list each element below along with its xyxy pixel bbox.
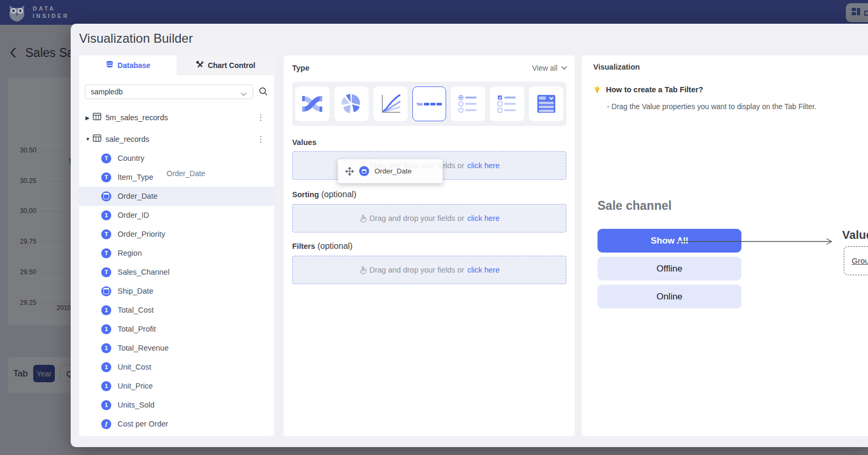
type-card-line[interactable]: [373, 86, 408, 121]
table-icon: [93, 134, 101, 144]
field-row[interactable]: 1 Unit_Price: [79, 376, 274, 395]
granularity-label: Tab: [13, 369, 27, 379]
field-row[interactable]: 1 Units_Sold: [79, 395, 274, 414]
field-name: Order_ID: [118, 211, 149, 219]
annotation-group-box: Group: [844, 246, 868, 275]
field-row[interactable]: Ship_Date: [79, 282, 274, 301]
field-type-icon-text: T: [101, 248, 111, 258]
field-row[interactable]: ƒ Cost per Order: [79, 414, 274, 433]
dashboard-nav-button[interactable]: D: [846, 3, 868, 22]
filters-dropzone[interactable]: Drag and drop your fields or click here: [292, 256, 566, 284]
pie-chart-icon: [340, 92, 363, 115]
sorting-dropzone[interactable]: Drag and drop your fields or click here: [292, 204, 566, 233]
type-card-pie[interactable]: [334, 86, 369, 121]
dashboard-icon: [851, 7, 861, 18]
view-all-button[interactable]: View all: [532, 64, 567, 72]
search-chevron-down-icon[interactable]: [240, 89, 247, 99]
type-section-label: Type: [292, 64, 310, 72]
table-menu-kebab-icon[interactable]: ⋮: [257, 134, 265, 144]
field-type-icon-text: T: [101, 229, 111, 239]
database-panel: Database Chart Control: [79, 55, 274, 436]
table-name: 5m_sales_records: [105, 113, 168, 122]
field-row[interactable]: T Country: [79, 149, 274, 168]
field-type-icon-number: 1: [101, 343, 111, 353]
preview-button-online[interactable]: Online: [597, 285, 741, 308]
type-card-tab-filter[interactable]: Tab: [412, 86, 447, 121]
tab-chart-control[interactable]: Chart Control: [177, 55, 274, 75]
annotation-arrow: [677, 237, 835, 246]
preview-button-offline[interactable]: Offline: [597, 257, 741, 280]
field-row[interactable]: Order_Date: [79, 187, 274, 206]
tools-icon: [196, 61, 204, 71]
y-tick: 29.25: [8, 299, 36, 306]
dropzone-click-here-link[interactable]: click here: [467, 266, 499, 274]
field-row[interactable]: T Order_Priority: [79, 225, 274, 244]
field-row[interactable]: T Sales_Channel: [79, 263, 274, 282]
move-cross-icon: [345, 167, 354, 176]
field-type-icon-text: T: [101, 153, 111, 163]
field-name: Sales_Channel: [118, 268, 169, 276]
dropzone-click-here-link[interactable]: click here: [467, 214, 499, 222]
values-section-label: Values: [292, 138, 316, 147]
type-card-radio-list[interactable]: [451, 86, 485, 121]
field-name: Total_Revenue: [118, 344, 169, 352]
type-card-sankey[interactable]: [295, 86, 330, 121]
field-row[interactable]: T Region: [79, 244, 274, 263]
search-icon[interactable]: [258, 86, 268, 98]
field-row[interactable]: 1 Total_Cost: [79, 301, 274, 320]
visualization-title: Visualization: [593, 63, 640, 71]
field-type-icon-number: 1: [101, 362, 111, 372]
filters-label: Filters: [292, 242, 315, 250]
builder-panel: Type View all: [284, 55, 575, 436]
field-name: Unit_Price: [118, 382, 153, 390]
dropzone-placeholder: Drag and drop your fields or: [370, 266, 465, 274]
caret-down-icon[interactable]: ▼: [85, 137, 93, 142]
type-card-checkbox-list[interactable]: [490, 86, 524, 121]
field-row[interactable]: 1 Unit_Cost: [79, 357, 274, 376]
brand-name: DATA INSIDER: [33, 5, 69, 20]
y-tick: 29.50: [8, 268, 36, 276]
field-name: Unit_Cost: [118, 363, 151, 371]
table-icon: [93, 113, 101, 122]
table-name: sale_records: [105, 135, 149, 143]
checkbox-list-icon: [496, 92, 519, 115]
table-row-sale-records[interactable]: ▼ sale_records ⋮: [79, 130, 274, 149]
back-chevron-icon[interactable]: [9, 47, 17, 61]
field-type-icon-text: T: [101, 267, 111, 277]
dropzone-click-here-link[interactable]: click here: [467, 161, 499, 170]
top-navbar: DATA INSIDER D: [0, 0, 868, 25]
database-tree: ▶ 5m_sales_records ⋮ ▼ sale_records ⋮: [79, 105, 274, 433]
tab-icon-text: Tab: [417, 102, 423, 106]
field-row[interactable]: 1 Total_Revenue: [79, 338, 274, 357]
granularity-year-button[interactable]: Year: [33, 365, 55, 382]
field-type-icon-function: ƒ: [101, 419, 111, 429]
panel-tabbar: Database Chart Control: [79, 55, 274, 75]
field-name: Cost per Order: [118, 420, 168, 428]
type-card-dropdown[interactable]: [529, 86, 563, 121]
sorting-section-label: Sorting (optional): [292, 190, 356, 199]
tab-database[interactable]: Database: [79, 55, 177, 75]
dropzone-placeholder: Drag and drop your fields or: [370, 214, 465, 222]
field-list: T Country T Item_Type Order_Date 1 Order…: [79, 149, 274, 433]
field-row[interactable]: 1 Order_ID: [79, 206, 274, 225]
tip-body: - Drag the Value properties you want to …: [607, 102, 816, 111]
database-search-input[interactable]: [85, 84, 253, 99]
table-menu-kebab-icon[interactable]: ⋮: [257, 113, 265, 122]
visualization-panel: Visualization How to create a Tab Filter…: [582, 55, 868, 436]
drag-ghost-chip[interactable]: Order_Date: [337, 159, 443, 183]
tab-chart-control-label: Chart Control: [208, 61, 255, 70]
caret-right-icon[interactable]: ▶: [85, 115, 93, 121]
table-row-5m-sales-records[interactable]: ▶ 5m_sales_records ⋮: [79, 108, 274, 127]
chart-type-strip: Tab: [292, 82, 566, 126]
app-screen: Sales Sa 30.50 30.25 30.00 29.75 29.50 2…: [0, 0, 868, 455]
field-type-icon-date: [101, 191, 111, 201]
owl-logo-icon[interactable]: [6, 2, 27, 25]
field-name: Total_Profit: [118, 325, 156, 333]
field-type-icon-number: 1: [101, 305, 111, 315]
field-type-icon-number: 1: [101, 324, 111, 334]
lightbulb-icon: [593, 85, 602, 96]
field-type-icon-date: [359, 166, 369, 176]
field-row[interactable]: 1 Total_Profit: [79, 320, 274, 338]
group-link[interactable]: Group: [852, 256, 868, 265]
field-type-icon-text: T: [101, 172, 111, 182]
